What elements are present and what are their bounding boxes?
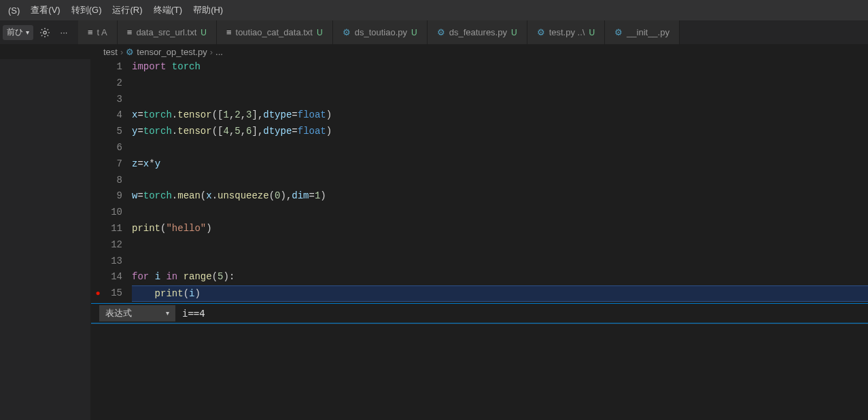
code-line[interactable]: [132, 75, 868, 92]
breakpoint-slot[interactable]: [91, 173, 105, 189]
breadcrumb-folder[interactable]: test: [103, 47, 118, 57]
chevron-down-icon: ▾: [26, 29, 29, 36]
menu-item[interactable]: 帮助(H): [188, 0, 228, 20]
sidebar-panel: [0, 59, 91, 420]
breakpoint-slot[interactable]: [91, 237, 105, 253]
line-number: 5: [105, 124, 122, 140]
line-number: 3: [105, 92, 122, 108]
tab-status: U: [317, 28, 323, 37]
code-line[interactable]: [132, 173, 868, 189]
breakpoint-slot[interactable]: [91, 205, 105, 221]
code-line[interactable]: [132, 253, 868, 270]
code-line[interactable]: [132, 140, 868, 156]
editor-tab[interactable]: ⚙ds_toutiao.pyU: [333, 20, 428, 44]
line-number: 10: [105, 205, 122, 221]
menu-item[interactable]: 转到(G): [66, 0, 107, 20]
breadcrumb-symbol[interactable]: ...: [215, 47, 223, 57]
conditional-breakpoint-editor: 表达式 ▾: [91, 303, 868, 323]
breakpoint-slot[interactable]: [91, 221, 105, 237]
editor-tab[interactable]: ≡toutiao_cat_data.txtU: [217, 20, 333, 44]
chevron-down-icon: ▾: [166, 309, 169, 317]
python-file-icon: ⚙: [437, 27, 445, 37]
breakpoint-slot[interactable]: [91, 269, 105, 285]
breakpoint-condition-input[interactable]: [182, 308, 868, 319]
editor-tab[interactable]: ⚙ds_features.pyU: [428, 20, 527, 44]
menu-item[interactable]: 终端(T): [148, 0, 188, 20]
menu-item[interactable]: 查看(V): [25, 0, 65, 20]
editor-tabs: ≡t A≡data_src_url.txtU≡toutiao_cat_data.…: [78, 20, 680, 44]
line-number: 14: [105, 269, 122, 285]
breakpoint-slot[interactable]: [91, 156, 105, 173]
breakpoint-slot[interactable]: [91, 59, 105, 75]
python-file-icon: ⚙: [537, 27, 545, 37]
editor-tab[interactable]: ≡data_src_url.txtU: [118, 20, 217, 44]
menu-item[interactable]: 运行(R): [107, 0, 147, 20]
tab-status: U: [511, 28, 517, 37]
tab-label: ds_toutiao.py: [355, 27, 407, 37]
breakpoint-slot[interactable]: [91, 107, 105, 124]
breakpoint-condition-type-select[interactable]: 表达式 ▾: [99, 305, 175, 321]
more-icon[interactable]: ···: [56, 25, 71, 40]
python-file-icon: ⚙: [126, 47, 134, 57]
python-file-icon: ⚙: [614, 27, 623, 37]
code-lines[interactable]: import torchx=torch.tensor([1,2,3],dtype…: [132, 59, 868, 302]
bottom-panel: [91, 323, 868, 420]
tab-status: U: [201, 28, 207, 37]
code-line[interactable]: import torch: [132, 59, 868, 75]
line-number: 2: [105, 75, 122, 92]
line-number-gutter: 123456789101112131415: [105, 59, 132, 302]
menu-item[interactable]: (S): [3, 0, 25, 20]
toolbar-row: 前ひ ▾ ··· ≡t A≡data_src_url.txtU≡toutiao_…: [0, 20, 868, 44]
breakpoint-gutter[interactable]: ●: [91, 59, 105, 302]
breakpoint-icon: ●: [95, 289, 100, 298]
code-line[interactable]: print(i): [132, 285, 868, 302]
code-line[interactable]: [132, 205, 868, 221]
python-file-icon: ⚙: [343, 27, 351, 37]
breakpoint-slot[interactable]: [91, 92, 105, 108]
text-file-icon: ≡: [88, 27, 93, 37]
breakpoint-slot[interactable]: [91, 140, 105, 156]
debug-toolbar: 前ひ ▾ ···: [0, 25, 71, 40]
line-number: 9: [105, 188, 122, 205]
tab-label: __init__.py: [627, 27, 670, 37]
code-line[interactable]: [132, 92, 868, 108]
debug-config-label: 前ひ: [7, 27, 23, 38]
breakpoint-slot[interactable]: [91, 253, 105, 270]
code-line[interactable]: print("hello"): [132, 221, 868, 237]
tab-label: test.py ..\: [549, 27, 585, 37]
tab-label: ds_features.py: [449, 27, 507, 37]
line-number: 6: [105, 140, 122, 156]
breakpoint-slot[interactable]: [91, 188, 105, 205]
editor-tab[interactable]: ≡t A: [78, 20, 118, 44]
code-line[interactable]: w=torch.mean(x.unsqueeze(0),dim=1): [132, 188, 868, 205]
debug-config-selector[interactable]: 前ひ ▾: [3, 25, 33, 40]
breakpoint-slot[interactable]: ●: [91, 285, 105, 302]
code-line[interactable]: x=torch.tensor([1,2,3],dtype=float): [132, 107, 868, 124]
editor-main: ● 123456789101112131415 import torchx=to…: [91, 59, 868, 420]
breadcrumbs[interactable]: test › ⚙ tensor_op_test.py › ...: [91, 44, 868, 59]
code-line[interactable]: y=torch.tensor([4,5,6],dtype=float): [132, 124, 868, 140]
tab-status: U: [411, 28, 417, 37]
line-number: 7: [105, 156, 122, 173]
tab-status: U: [589, 28, 595, 37]
code-line[interactable]: [132, 237, 868, 253]
svg-point-0: [44, 31, 46, 33]
code-line[interactable]: z=x*y: [132, 156, 868, 173]
condition-type-label: 表达式: [105, 307, 132, 319]
editor-area: ● 123456789101112131415 import torchx=to…: [0, 59, 868, 420]
line-number: 8: [105, 173, 122, 189]
line-number: 1: [105, 59, 122, 75]
breadcrumb-file[interactable]: tensor_op_test.py: [137, 47, 207, 57]
code-line[interactable]: for i in range(5):: [132, 269, 868, 285]
tab-label: t A: [97, 27, 107, 37]
tab-label: toutiao_cat_data.txt: [236, 27, 313, 37]
gear-icon[interactable]: [37, 25, 52, 40]
editor-tab[interactable]: ⚙test.py ..\U: [527, 20, 605, 44]
breakpoint-slot[interactable]: [91, 75, 105, 92]
editor-tab[interactable]: ⚙__init__.py: [605, 20, 680, 44]
menu-bar: (S)查看(V)转到(G)运行(R)终端(T)帮助(H): [0, 0, 868, 20]
breakpoint-slot[interactable]: [91, 124, 105, 140]
line-number: 11: [105, 221, 122, 237]
code-area[interactable]: ● 123456789101112131415 import torchx=to…: [91, 59, 868, 302]
chevron-right-icon: ›: [210, 47, 213, 57]
